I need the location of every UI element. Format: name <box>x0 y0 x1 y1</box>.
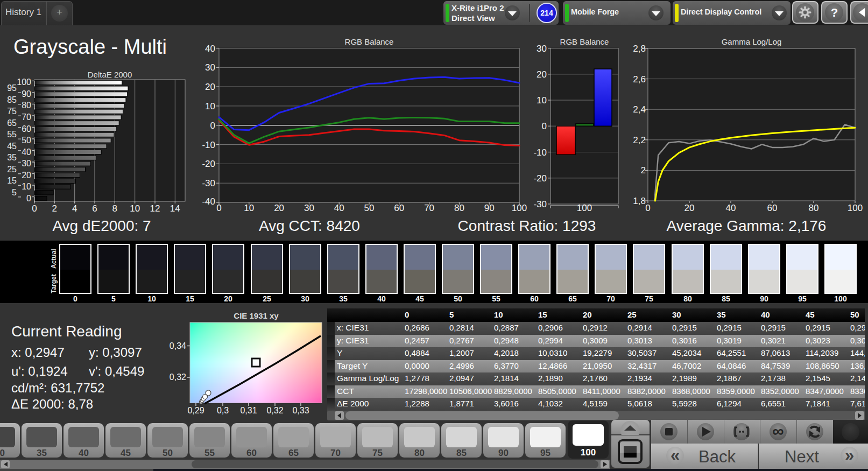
svg-text:2: 2 <box>641 165 646 175</box>
svg-text:0: 0 <box>26 194 31 203</box>
svg-text:70: 70 <box>424 203 434 213</box>
svg-text:20: 20 <box>274 203 284 213</box>
svg-text:5: 5 <box>12 188 17 197</box>
svg-text:35: 35 <box>7 153 17 162</box>
svg-text:2,4: 2,4 <box>633 104 646 115</box>
svg-text:65: 65 <box>7 118 17 128</box>
svg-text:2,2: 2,2 <box>633 135 646 145</box>
svg-text:0,31: 0,31 <box>240 406 257 415</box>
svg-text:10: 10 <box>205 101 215 111</box>
svg-text:-20: -20 <box>202 159 215 169</box>
svg-text:DeltaE 2000: DeltaE 2000 <box>88 70 132 79</box>
svg-text:100: 100 <box>577 203 592 213</box>
svg-text:0,32: 0,32 <box>266 406 283 415</box>
svg-text:40: 40 <box>726 203 736 213</box>
svg-text:45: 45 <box>7 142 17 151</box>
svg-text:-20: -20 <box>533 173 547 184</box>
svg-text:RGB Balance: RGB Balance <box>560 37 609 46</box>
svg-text:20: 20 <box>684 203 695 213</box>
svg-text:100: 100 <box>848 203 863 213</box>
svg-text:25: 25 <box>7 165 17 174</box>
svg-text:60: 60 <box>22 124 31 133</box>
svg-text:95: 95 <box>7 83 17 93</box>
svg-text:40: 40 <box>205 44 215 54</box>
svg-text:0: 0 <box>542 121 547 131</box>
svg-text:20: 20 <box>22 171 31 180</box>
svg-text:2: 2 <box>52 203 57 214</box>
svg-text:0: 0 <box>216 203 221 213</box>
svg-text:50: 50 <box>22 136 31 145</box>
svg-text:RGB Balance: RGB Balance <box>345 37 394 46</box>
svg-text:Actual: Actual <box>50 249 58 269</box>
svg-text:1,8: 1,8 <box>633 196 646 206</box>
svg-text:4: 4 <box>72 203 77 214</box>
svg-text:-30: -30 <box>533 199 547 209</box>
svg-text:80: 80 <box>454 203 464 213</box>
svg-text:75: 75 <box>7 107 17 116</box>
svg-text:20: 20 <box>205 82 215 92</box>
svg-text:15: 15 <box>7 176 17 185</box>
svg-text:8: 8 <box>112 203 117 214</box>
svg-text:14: 14 <box>170 203 180 214</box>
svg-text:30: 30 <box>22 159 31 168</box>
svg-text:0,3: 0,3 <box>217 406 229 415</box>
svg-text:30: 30 <box>537 44 547 54</box>
svg-text:0: 0 <box>32 203 37 214</box>
svg-text:6: 6 <box>92 203 97 214</box>
svg-text:10: 10 <box>537 95 547 106</box>
svg-text:-40: -40 <box>202 196 215 207</box>
svg-text:55: 55 <box>7 130 17 139</box>
svg-text:0: 0 <box>645 203 650 213</box>
svg-text:20: 20 <box>537 69 547 80</box>
svg-text:85: 85 <box>7 95 17 104</box>
svg-text:80: 80 <box>22 101 31 110</box>
svg-text:90: 90 <box>484 203 495 213</box>
svg-text:12: 12 <box>150 203 160 214</box>
svg-text:-30: -30 <box>202 178 215 188</box>
svg-text:∞: ∞ <box>772 422 784 440</box>
svg-text:30: 30 <box>304 203 314 213</box>
svg-text:80: 80 <box>809 203 819 213</box>
svg-text:100: 100 <box>512 203 527 213</box>
svg-text:CIE 1931 xy: CIE 1931 xy <box>234 311 279 320</box>
svg-text:70: 70 <box>22 113 31 122</box>
svg-text:40: 40 <box>334 203 344 213</box>
svg-text:0,33: 0,33 <box>292 406 309 415</box>
svg-text:10: 10 <box>22 182 31 191</box>
svg-text:Gamma Log/Log: Gamma Log/Log <box>722 37 782 46</box>
svg-text:0,32: 0,32 <box>170 372 186 382</box>
svg-text:50: 50 <box>364 203 375 213</box>
svg-text:2,6: 2,6 <box>633 74 646 85</box>
svg-text:Target: Target <box>50 274 58 293</box>
svg-text:10: 10 <box>244 203 254 213</box>
svg-text:2,8: 2,8 <box>633 44 646 54</box>
svg-text:60: 60 <box>767 203 778 213</box>
svg-text:10: 10 <box>130 203 140 214</box>
svg-text:100: 100 <box>17 78 31 87</box>
svg-text:30: 30 <box>205 62 215 73</box>
svg-text:-10: -10 <box>202 140 215 150</box>
svg-text:90: 90 <box>22 89 31 99</box>
svg-text:60: 60 <box>394 203 404 213</box>
svg-text:0,29: 0,29 <box>187 406 204 415</box>
svg-text:-10: -10 <box>533 147 547 158</box>
svg-text:0: 0 <box>210 121 215 131</box>
svg-text:0,34: 0,34 <box>170 341 186 350</box>
svg-text:40: 40 <box>22 147 31 157</box>
